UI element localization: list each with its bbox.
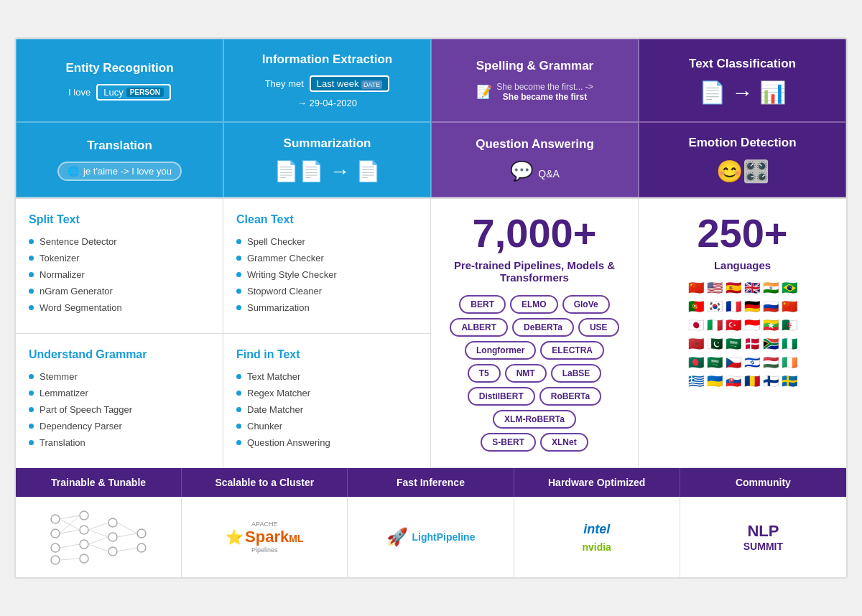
svg-point-2 — [51, 543, 60, 552]
bullet-icon — [29, 440, 34, 445]
list-item: Writing Style Checker — [236, 269, 417, 280]
footer-community-label: Community — [687, 477, 839, 488]
footer-hardware-label: Hardware Optimized — [522, 477, 672, 488]
list-item: Text Matcher — [236, 371, 417, 382]
model-row: S-BERT XLNet — [445, 433, 624, 452]
svg-line-23 — [117, 523, 137, 533]
date-tag: Last week DATE — [310, 75, 390, 92]
spelling-content: 📝 She become the first... -> She became … — [476, 82, 593, 102]
list-item: Tokenizer — [29, 253, 210, 263]
model-badge: BERT — [459, 295, 506, 314]
svg-point-6 — [80, 540, 88, 549]
bullet-icon — [236, 391, 241, 396]
footer-trainable: Trainable & Tunable — [16, 468, 182, 497]
spell-correct: She became the first — [496, 92, 593, 102]
bullet-icon — [236, 440, 241, 445]
svg-point-11 — [137, 529, 146, 538]
bullet-icon — [236, 289, 241, 294]
bullet-icon — [29, 256, 34, 261]
find-in-text-title: Find in Text — [236, 348, 417, 361]
flag: 🇺🇸 — [707, 280, 723, 296]
ie-text: They met — [265, 78, 304, 89]
languages-section: 250+ Languages 🇨🇳 🇺🇸 🇪🇸 🇬🇧 🇮🇳 🇧🇷 🇵🇹 🇰🇷 🇫… — [639, 199, 846, 468]
text-classification-cell: Text Classification 📄 → 📊 — [639, 39, 846, 122]
question-answering-title: Question Answering — [476, 137, 594, 151]
flag: 🇳🇬 — [782, 336, 797, 352]
understand-grammar-list: Stemmer Lemmatizer Part of Speech Tagger… — [29, 371, 210, 448]
svg-line-17 — [60, 544, 80, 548]
list-item: Word Segmentation — [29, 302, 210, 313]
bullet-icon — [29, 289, 34, 294]
svg-line-25 — [117, 548, 137, 551]
flag: 🇰🇷 — [707, 299, 723, 314]
summit-text: SUMMIT — [743, 541, 783, 552]
ie-arrow: → 29-04-2020 — [297, 98, 357, 108]
clean-text-list: Spell Checker Grammer Checker Writing St… — [236, 236, 417, 313]
entity-recognition-content: I love Lucy PERSON — [68, 84, 171, 101]
bullet-icon — [29, 374, 34, 379]
footer-bar: Trainable & Tunable Scalable to a Cluste… — [16, 468, 846, 497]
entity-recognition-title: Entity Recognition — [65, 61, 173, 75]
footer-hardware: Hardware Optimized — [514, 468, 680, 497]
list-item: Spell Checker — [236, 236, 417, 247]
flag: 🇨🇿 — [726, 355, 741, 370]
entity-type: PERSON — [126, 88, 164, 97]
top-header-row: Entity Recognition I love Lucy PERSON In… — [16, 39, 846, 122]
translation-text: je t'aime -> I love you — [83, 166, 172, 177]
flag: 🇩🇰 — [744, 336, 760, 352]
list-item: Grammer Checker — [236, 253, 417, 263]
flag: 🇷🇴 — [744, 373, 760, 389]
model-badge: RoBERTa — [539, 387, 601, 406]
flag: 🇭🇺 — [763, 355, 779, 370]
summarization-title: Summarization — [284, 136, 371, 151]
svg-line-21 — [88, 537, 108, 544]
flags-grid: 🇨🇳 🇺🇸 🇪🇸 🇬🇧 🇮🇳 🇧🇷 🇵🇹 🇰🇷 🇫🇷 🇩🇪 🇷🇺 🇨🇳 🇯🇵 🇮… — [688, 280, 797, 389]
bullet-icon — [236, 424, 241, 429]
understand-grammar-title: Understand Grammar — [29, 348, 210, 361]
nlp-summit-logo: NLP SUMMIT — [680, 497, 846, 577]
entity-recognition-cell: Entity Recognition I love Lucy PERSON — [16, 39, 223, 122]
rocket-icon: 🚀 — [386, 527, 408, 547]
footer-community: Community — [680, 468, 846, 497]
flag: 🇩🇿 — [782, 317, 797, 333]
flag: 🇫🇷 — [726, 299, 741, 314]
bullet-icon — [236, 374, 241, 379]
model-badge: XLNet — [540, 433, 588, 452]
list-item: Chunker — [236, 421, 417, 431]
spark-logo-content: APACHE ⭐ SparkML Pipelines — [226, 521, 303, 554]
spark-ml-logo: APACHE ⭐ SparkML Pipelines — [182, 497, 348, 577]
model-badge: Longformer — [465, 341, 536, 360]
list-item: Normalizer — [29, 269, 210, 280]
list-item: nGram Generator — [29, 286, 210, 297]
emotion-detection-title: Emotion Detection — [688, 136, 796, 150]
svg-point-5 — [80, 526, 88, 534]
model-badge: XLM-RoBERTa — [493, 410, 576, 429]
pipelines-stats: 7,000+ Pre-trained Pipelines, Models & T… — [431, 199, 639, 468]
list-item: Part of Speech Tagger — [29, 404, 210, 415]
svg-point-9 — [108, 533, 117, 541]
footer-fast-inference: Fast Inference — [348, 468, 514, 497]
flag: 🇫🇮 — [763, 373, 779, 389]
hardware-logos: intel nvidia — [514, 497, 680, 577]
svg-point-3 — [51, 556, 60, 564]
model-row: Longformer ELECTRA — [445, 341, 624, 360]
svg-line-24 — [117, 533, 137, 537]
translation-title: Translation — [87, 139, 152, 153]
svg-point-7 — [80, 554, 88, 563]
flag: 🇸🇰 — [726, 373, 741, 389]
flag: 🇮🇱 — [744, 355, 760, 370]
text-classification-title: Text Classification — [689, 57, 796, 71]
clean-text-section: Clean Text Spell Checker Grammer Checker… — [223, 199, 431, 334]
flag: 🇬🇧 — [744, 280, 760, 296]
lp-logo-content: 🚀 LightPipeline — [386, 527, 476, 547]
model-badge: DeBERTa — [512, 318, 574, 337]
flag: 🇪🇸 — [726, 280, 741, 296]
list-item: Dependency Parser — [29, 421, 210, 431]
bullet-icon — [29, 391, 34, 396]
find-in-text-list: Text Matcher Regex Matcher Date Matcher … — [236, 371, 417, 448]
flag: 🇮🇹 — [707, 317, 723, 333]
flag: 🇨🇳 — [782, 299, 797, 314]
nlp-summit-content: NLP SUMMIT — [743, 522, 783, 552]
model-badge: LaBSE — [551, 364, 602, 383]
flag: 🇮🇳 — [763, 280, 779, 296]
